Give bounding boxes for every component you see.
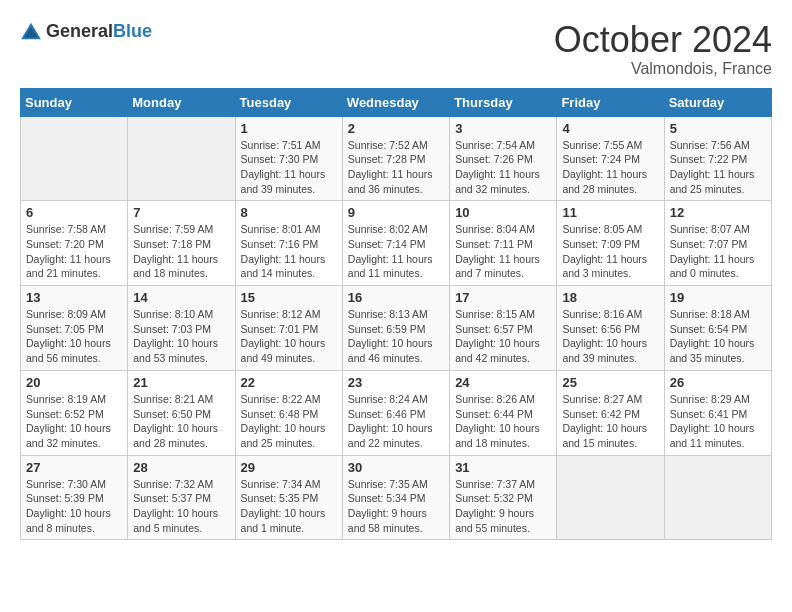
- calendar-week-row: 27Sunrise: 7:30 AM Sunset: 5:39 PM Dayli…: [21, 455, 772, 540]
- day-number: 6: [26, 205, 122, 220]
- day-header-sunday: Sunday: [21, 88, 128, 116]
- day-info: Sunrise: 8:15 AM Sunset: 6:57 PM Dayligh…: [455, 307, 551, 366]
- day-info: Sunrise: 8:01 AM Sunset: 7:16 PM Dayligh…: [241, 222, 337, 281]
- day-number: 22: [241, 375, 337, 390]
- day-info: Sunrise: 8:13 AM Sunset: 6:59 PM Dayligh…: [348, 307, 444, 366]
- day-info: Sunrise: 7:37 AM Sunset: 5:32 PM Dayligh…: [455, 477, 551, 536]
- day-number: 29: [241, 460, 337, 475]
- calendar-cell: 19Sunrise: 8:18 AM Sunset: 6:54 PM Dayli…: [664, 286, 771, 371]
- day-info: Sunrise: 7:54 AM Sunset: 7:26 PM Dayligh…: [455, 138, 551, 197]
- day-info: Sunrise: 8:24 AM Sunset: 6:46 PM Dayligh…: [348, 392, 444, 451]
- day-info: Sunrise: 7:32 AM Sunset: 5:37 PM Dayligh…: [133, 477, 229, 536]
- day-number: 7: [133, 205, 229, 220]
- day-number: 8: [241, 205, 337, 220]
- month-title: October 2024: [554, 20, 772, 60]
- calendar-week-row: 1Sunrise: 7:51 AM Sunset: 7:30 PM Daylig…: [21, 116, 772, 201]
- day-header-thursday: Thursday: [450, 88, 557, 116]
- page-header: GeneralBlue October 2024 Valmondois, Fra…: [20, 20, 772, 78]
- day-info: Sunrise: 7:56 AM Sunset: 7:22 PM Dayligh…: [670, 138, 766, 197]
- day-info: Sunrise: 7:59 AM Sunset: 7:18 PM Dayligh…: [133, 222, 229, 281]
- day-number: 5: [670, 121, 766, 136]
- day-number: 12: [670, 205, 766, 220]
- day-number: 14: [133, 290, 229, 305]
- day-number: 23: [348, 375, 444, 390]
- logo-blue: Blue: [113, 21, 152, 41]
- day-number: 19: [670, 290, 766, 305]
- calendar-cell: 10Sunrise: 8:04 AM Sunset: 7:11 PM Dayli…: [450, 201, 557, 286]
- day-info: Sunrise: 7:51 AM Sunset: 7:30 PM Dayligh…: [241, 138, 337, 197]
- day-info: Sunrise: 7:58 AM Sunset: 7:20 PM Dayligh…: [26, 222, 122, 281]
- calendar-cell: 20Sunrise: 8:19 AM Sunset: 6:52 PM Dayli…: [21, 370, 128, 455]
- calendar-cell: 22Sunrise: 8:22 AM Sunset: 6:48 PM Dayli…: [235, 370, 342, 455]
- calendar-cell: 8Sunrise: 8:01 AM Sunset: 7:16 PM Daylig…: [235, 201, 342, 286]
- calendar-cell: 15Sunrise: 8:12 AM Sunset: 7:01 PM Dayli…: [235, 286, 342, 371]
- calendar-cell: 26Sunrise: 8:29 AM Sunset: 6:41 PM Dayli…: [664, 370, 771, 455]
- day-info: Sunrise: 7:34 AM Sunset: 5:35 PM Dayligh…: [241, 477, 337, 536]
- calendar-cell: 3Sunrise: 7:54 AM Sunset: 7:26 PM Daylig…: [450, 116, 557, 201]
- day-number: 31: [455, 460, 551, 475]
- day-number: 27: [26, 460, 122, 475]
- day-number: 26: [670, 375, 766, 390]
- logo-general: General: [46, 21, 113, 41]
- day-header-tuesday: Tuesday: [235, 88, 342, 116]
- day-number: 24: [455, 375, 551, 390]
- day-info: Sunrise: 7:30 AM Sunset: 5:39 PM Dayligh…: [26, 477, 122, 536]
- day-info: Sunrise: 8:05 AM Sunset: 7:09 PM Dayligh…: [562, 222, 658, 281]
- calendar-cell: 30Sunrise: 7:35 AM Sunset: 5:34 PM Dayli…: [342, 455, 449, 540]
- calendar-cell: 2Sunrise: 7:52 AM Sunset: 7:28 PM Daylig…: [342, 116, 449, 201]
- calendar-cell: 1Sunrise: 7:51 AM Sunset: 7:30 PM Daylig…: [235, 116, 342, 201]
- day-header-saturday: Saturday: [664, 88, 771, 116]
- day-number: 21: [133, 375, 229, 390]
- calendar-cell: 9Sunrise: 8:02 AM Sunset: 7:14 PM Daylig…: [342, 201, 449, 286]
- day-info: Sunrise: 7:35 AM Sunset: 5:34 PM Dayligh…: [348, 477, 444, 536]
- calendar-week-row: 13Sunrise: 8:09 AM Sunset: 7:05 PM Dayli…: [21, 286, 772, 371]
- calendar-cell: 7Sunrise: 7:59 AM Sunset: 7:18 PM Daylig…: [128, 201, 235, 286]
- day-info: Sunrise: 8:12 AM Sunset: 7:01 PM Dayligh…: [241, 307, 337, 366]
- title-block: October 2024 Valmondois, France: [554, 20, 772, 78]
- calendar-cell: 4Sunrise: 7:55 AM Sunset: 7:24 PM Daylig…: [557, 116, 664, 201]
- day-header-friday: Friday: [557, 88, 664, 116]
- day-number: 10: [455, 205, 551, 220]
- calendar-cell: 21Sunrise: 8:21 AM Sunset: 6:50 PM Dayli…: [128, 370, 235, 455]
- day-number: 16: [348, 290, 444, 305]
- day-info: Sunrise: 8:02 AM Sunset: 7:14 PM Dayligh…: [348, 222, 444, 281]
- calendar-cell: 16Sunrise: 8:13 AM Sunset: 6:59 PM Dayli…: [342, 286, 449, 371]
- day-info: Sunrise: 8:29 AM Sunset: 6:41 PM Dayligh…: [670, 392, 766, 451]
- day-number: 1: [241, 121, 337, 136]
- calendar-cell: 27Sunrise: 7:30 AM Sunset: 5:39 PM Dayli…: [21, 455, 128, 540]
- calendar-week-row: 20Sunrise: 8:19 AM Sunset: 6:52 PM Dayli…: [21, 370, 772, 455]
- logo: GeneralBlue: [20, 20, 152, 42]
- day-info: Sunrise: 7:52 AM Sunset: 7:28 PM Dayligh…: [348, 138, 444, 197]
- calendar-table: SundayMondayTuesdayWednesdayThursdayFrid…: [20, 88, 772, 541]
- day-header-monday: Monday: [128, 88, 235, 116]
- day-number: 15: [241, 290, 337, 305]
- day-number: 20: [26, 375, 122, 390]
- day-number: 2: [348, 121, 444, 136]
- day-info: Sunrise: 7:55 AM Sunset: 7:24 PM Dayligh…: [562, 138, 658, 197]
- calendar-cell: 13Sunrise: 8:09 AM Sunset: 7:05 PM Dayli…: [21, 286, 128, 371]
- calendar-cell: 24Sunrise: 8:26 AM Sunset: 6:44 PM Dayli…: [450, 370, 557, 455]
- day-number: 3: [455, 121, 551, 136]
- day-number: 13: [26, 290, 122, 305]
- day-info: Sunrise: 8:18 AM Sunset: 6:54 PM Dayligh…: [670, 307, 766, 366]
- calendar-header-row: SundayMondayTuesdayWednesdayThursdayFrid…: [21, 88, 772, 116]
- logo-icon: [20, 20, 42, 42]
- day-info: Sunrise: 8:16 AM Sunset: 6:56 PM Dayligh…: [562, 307, 658, 366]
- calendar-cell: 23Sunrise: 8:24 AM Sunset: 6:46 PM Dayli…: [342, 370, 449, 455]
- calendar-cell: 17Sunrise: 8:15 AM Sunset: 6:57 PM Dayli…: [450, 286, 557, 371]
- calendar-cell: 18Sunrise: 8:16 AM Sunset: 6:56 PM Dayli…: [557, 286, 664, 371]
- calendar-cell: 5Sunrise: 7:56 AM Sunset: 7:22 PM Daylig…: [664, 116, 771, 201]
- calendar-cell: 29Sunrise: 7:34 AM Sunset: 5:35 PM Dayli…: [235, 455, 342, 540]
- day-info: Sunrise: 8:04 AM Sunset: 7:11 PM Dayligh…: [455, 222, 551, 281]
- calendar-cell: 12Sunrise: 8:07 AM Sunset: 7:07 PM Dayli…: [664, 201, 771, 286]
- calendar-cell: [557, 455, 664, 540]
- day-number: 17: [455, 290, 551, 305]
- calendar-cell: [128, 116, 235, 201]
- calendar-cell: 28Sunrise: 7:32 AM Sunset: 5:37 PM Dayli…: [128, 455, 235, 540]
- day-info: Sunrise: 8:19 AM Sunset: 6:52 PM Dayligh…: [26, 392, 122, 451]
- calendar-cell: 6Sunrise: 7:58 AM Sunset: 7:20 PM Daylig…: [21, 201, 128, 286]
- day-number: 28: [133, 460, 229, 475]
- day-header-wednesday: Wednesday: [342, 88, 449, 116]
- day-info: Sunrise: 8:10 AM Sunset: 7:03 PM Dayligh…: [133, 307, 229, 366]
- day-info: Sunrise: 8:26 AM Sunset: 6:44 PM Dayligh…: [455, 392, 551, 451]
